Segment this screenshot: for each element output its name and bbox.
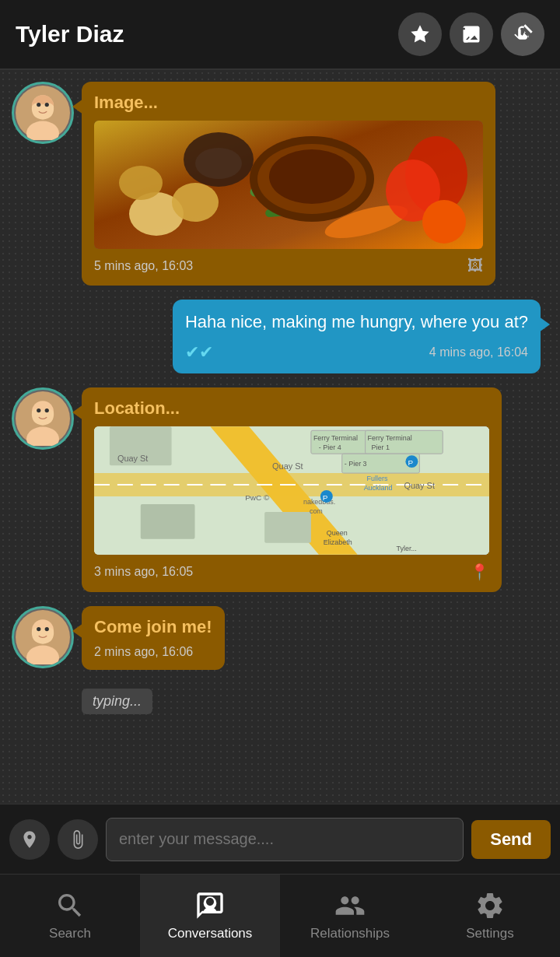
bubble-wrap-4: Come join me! 2 mins ago, 16:06 — [82, 606, 225, 670]
svg-text:P: P — [408, 458, 413, 467]
map-svg: Quay St Quay St Quay St Ferry Terminal -… — [94, 426, 489, 555]
svg-text:Quay St: Quay St — [272, 461, 303, 471]
bubble-label-3: Location... — [94, 398, 489, 419]
message-group-1: Image... — [12, 82, 548, 286]
bubble-text-2: Haha nice, making me hungry, where you a… — [185, 310, 528, 335]
edit-image-button[interactable] — [450, 12, 493, 56]
avatar-4 — [12, 606, 74, 668]
message-group-2: Haha nice, making me hungry, where you a… — [12, 300, 548, 373]
svg-text:Auckland: Auckland — [364, 484, 393, 492]
svg-text:Quay St: Quay St — [404, 481, 435, 490]
svg-point-67 — [45, 627, 49, 631]
nav-label-conversations: Conversations — [168, 926, 253, 941]
svg-point-30 — [45, 408, 49, 412]
bubble-time-3: 3 mins ago, 16:05 📍 — [94, 563, 489, 581]
svg-text:Quay St: Quay St — [117, 454, 149, 463]
svg-point-7 — [45, 103, 49, 107]
svg-text:PwC ©: PwC © — [245, 493, 270, 502]
nav-item-conversations[interactable]: Conversations — [140, 875, 280, 957]
svg-rect-39 — [264, 512, 311, 543]
bubble-wrap-3: Location... — [82, 387, 502, 592]
food-image-svg — [94, 121, 483, 249]
svg-point-6 — [37, 103, 40, 107]
header-actions — [398, 12, 544, 56]
chat-area: Image... — [0, 70, 560, 804]
avatar-1 — [12, 82, 74, 144]
bubble-time-1: 5 mins ago, 16:03 🖼 — [94, 257, 483, 275]
bubble-4: Come join me! 2 mins ago, 16:06 — [82, 606, 225, 670]
relationships-icon — [334, 890, 366, 921]
svg-point-22 — [195, 148, 242, 179]
svg-point-25 — [269, 149, 355, 204]
send-button[interactable]: Send — [471, 820, 551, 859]
svg-point-11 — [172, 183, 219, 222]
svg-text:Queen: Queen — [327, 529, 348, 537]
message-input[interactable] — [106, 818, 464, 861]
svg-text:Tyler...: Tyler... — [396, 544, 416, 552]
nav-label-relationships: Relationships — [310, 926, 390, 941]
app-header: Tyler Diaz — [0, 0, 560, 70]
svg-text:Fullers: Fullers — [367, 475, 388, 482]
bubble-label-4: Come join me! — [94, 617, 212, 637]
message-group-3: Location... — [12, 387, 548, 592]
settings-icon — [474, 890, 506, 921]
svg-text:Elizabeth: Elizabeth — [324, 538, 352, 546]
message-group-4: Come join me! 2 mins ago, 16:06 — [12, 606, 548, 670]
bubble-label-1: Image... — [94, 93, 483, 113]
image-icon: 🖼 — [467, 257, 483, 275]
svg-point-29 — [37, 408, 40, 412]
svg-point-66 — [37, 627, 40, 631]
attachment-button[interactable] — [58, 819, 98, 860]
search-icon — [54, 890, 86, 921]
avatar-3 — [12, 387, 74, 450]
svg-text:Ferry Terminal: Ferry Terminal — [368, 434, 412, 442]
svg-text:- Pier 3: - Pier 3 — [345, 460, 367, 468]
location-button[interactable] — [9, 819, 50, 860]
header-title: Tyler Diaz — [16, 21, 398, 47]
svg-point-12 — [119, 166, 163, 200]
read-receipts: ✔✔ — [185, 342, 213, 363]
location-icon: 📍 — [470, 563, 489, 581]
bottom-nav: Search Conversations Relationships Setti… — [0, 874, 560, 957]
nav-label-settings: Settings — [466, 926, 513, 941]
map-image-container: Quay St Quay St Quay St Ferry Terminal -… — [94, 426, 489, 555]
svg-text:Pier 1: Pier 1 — [372, 443, 390, 451]
block-button[interactable] — [501, 12, 544, 56]
bubble-wrap-2: Haha nice, making me hungry, where you a… — [173, 300, 541, 373]
nav-item-settings[interactable]: Settings — [420, 875, 560, 957]
svg-text:P: P — [323, 493, 328, 502]
svg-point-20 — [422, 200, 466, 244]
nav-item-search[interactable]: Search — [0, 875, 140, 957]
food-image-container — [94, 121, 483, 249]
bubble-time-2: ✔✔ 4 mins ago, 16:04 — [185, 342, 528, 363]
bubble-3: Location... — [82, 387, 502, 592]
nav-label-search: Search — [49, 926, 91, 941]
typing-indicator: typing... — [82, 689, 152, 714]
bubble-wrap-1: Image... — [82, 82, 495, 286]
bubble-1: Image... — [82, 82, 495, 286]
star-button[interactable] — [398, 12, 442, 56]
bubble-2: Haha nice, making me hungry, where you a… — [173, 300, 541, 373]
svg-text:Ferry Terminal: Ferry Terminal — [313, 434, 358, 442]
svg-text:- Pier 4: - Pier 4 — [319, 443, 341, 451]
input-bar: Send — [0, 804, 560, 874]
svg-rect-38 — [141, 504, 195, 539]
conversations-icon — [194, 890, 226, 921]
nav-item-relationships[interactable]: Relationships — [280, 875, 420, 957]
svg-text:com: com — [310, 507, 323, 515]
bubble-time-4: 2 mins ago, 16:06 — [94, 645, 212, 659]
